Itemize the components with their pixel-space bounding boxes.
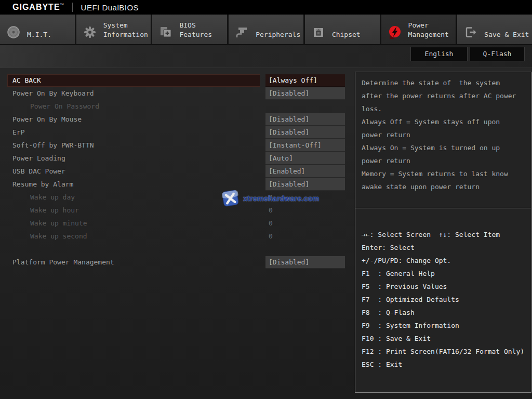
help-line: Determine the state of the system	[362, 76, 525, 89]
setting-row-soft-off-by-pwr-bttn[interactable]: Soft-Off by PWR-BTTN[Instant-Off]	[7, 139, 345, 152]
keyboard-shortcuts: →←: Select Screen ↑↓: Select ItemEnter: …	[355, 208, 531, 371]
setting-label: Wake up minute	[7, 217, 260, 230]
tab-bios-features[interactable]: BIOSFeatures	[152, 15, 227, 44]
shortcut-line: →←: Select Screen ↑↓: Select Item	[362, 228, 527, 241]
tab-save-exit[interactable]: Save & Exit	[457, 15, 532, 44]
setting-label: Platform Power Management	[7, 256, 260, 269]
chipset-icon	[311, 25, 326, 39]
setting-value[interactable]: [Disabled]	[265, 126, 345, 139]
setting-label: Wake up day	[7, 191, 260, 204]
setting-value[interactable]: [Disabled]	[265, 256, 345, 269]
shortcut-line: Enter: Select	[362, 241, 527, 254]
shortcut-line: F12 : Print Screen(FAT16/32 Format Only)	[362, 345, 527, 358]
setting-row-wake-up-second[interactable]: Wake up second0	[7, 230, 345, 243]
setting-label: Wake up hour	[7, 204, 260, 217]
tab-label: Save & Exit	[484, 30, 529, 39]
qflash-button[interactable]: Q-Flash	[470, 47, 525, 61]
power-lightning-icon	[388, 25, 402, 39]
settings-list: AC BACK[Always Off]Power On By Keyboard[…	[7, 74, 345, 269]
shortcut-line: F5 : Previous Values	[362, 280, 527, 293]
save-exit-icon	[463, 25, 478, 39]
setting-value[interactable]: [Disabled]	[265, 113, 345, 126]
sub-bar: English Q-Flash	[0, 44, 532, 68]
setting-value: 0	[265, 204, 345, 217]
help-line: power return	[362, 154, 525, 167]
gear-icon	[83, 25, 97, 39]
setting-row-resume-by-alarm[interactable]: Resume by Alarm[Disabled]	[7, 178, 345, 191]
setting-row-power-on-by-mouse[interactable]: Power On By Mouse[Disabled]	[7, 113, 345, 126]
help-line: Memory = System returns to last know	[362, 167, 525, 180]
setting-label: ErP	[7, 126, 260, 139]
setting-row-ac-back[interactable]: AC BACK[Always Off]	[7, 74, 345, 87]
setting-label: Soft-Off by PWR-BTTN	[7, 139, 260, 152]
setting-label: Resume by Alarm	[7, 178, 260, 191]
tab-chipset[interactable]: Chipset	[305, 15, 380, 44]
tab-label: BIOSFeatures	[179, 21, 212, 39]
setting-row-platform-power-management[interactable]: Platform Power Management[Disabled]	[7, 256, 345, 269]
tab-label: M.I.T.	[27, 30, 51, 39]
setting-value[interactable]: [Always Off]	[265, 74, 345, 87]
help-line: Always On = System is turned on up	[362, 141, 525, 154]
shortcut-line: F1 : General Help	[362, 267, 527, 280]
language-button[interactable]: English	[410, 47, 468, 61]
bios-features-icon	[158, 25, 173, 39]
firmware-title: UEFI DualBIOS	[81, 3, 139, 12]
setting-label: Power Loading	[7, 152, 260, 165]
shortcut-line: F10 : Save & Exit	[362, 332, 527, 345]
shortcut-line: F8 : Q-Flash	[362, 306, 527, 319]
setting-label: Power On By Mouse	[7, 113, 260, 126]
shortcut-line: F7 : Optimized Defaults	[362, 293, 527, 306]
setting-label: Power On Password	[7, 100, 260, 113]
tab-peripherals[interactable]: Peripherals	[229, 15, 303, 44]
setting-value[interactable]: [Auto]	[265, 152, 345, 165]
setting-value: 0	[265, 191, 345, 204]
help-line: power return	[362, 128, 525, 141]
help-line: loss.	[362, 102, 525, 115]
setting-row-power-loading[interactable]: Power Loading[Auto]	[7, 152, 345, 165]
shortcut-line: ESC : Exit	[362, 358, 527, 371]
setting-row-power-on-password[interactable]: Power On Password	[7, 100, 345, 113]
setting-row-power-on-by-keyboard[interactable]: Power On By Keyboard[Disabled]	[7, 87, 345, 100]
topbar-divider	[72, 3, 73, 12]
tab-system-information[interactable]: SystemInformation	[76, 15, 151, 44]
setting-row-wake-up-day[interactable]: Wake up day0	[7, 191, 345, 204]
tab-label: Peripherals	[256, 30, 300, 39]
help-line: Always Off = System stays off upon	[362, 115, 525, 128]
tab-label: PowerManagement	[408, 21, 449, 39]
gigabyte-logo: GIGABYTE™	[12, 3, 65, 12]
setting-row-wake-up-minute[interactable]: Wake up minute0	[7, 217, 345, 230]
setting-value[interactable]: [Instant-Off]	[265, 139, 345, 152]
tab-mit[interactable]: M.I.T.	[0, 15, 75, 44]
setting-value[interactable]: [Enabled]	[265, 165, 345, 178]
setting-row-usb-dac-power[interactable]: USB DAC Power[Enabled]	[7, 165, 345, 178]
help-line: awake state upon power return	[362, 180, 525, 193]
setting-value: 0	[265, 230, 345, 243]
setting-value: 0	[265, 217, 345, 230]
trademark-symbol: ™	[60, 3, 65, 7]
setting-row-wake-up-hour[interactable]: Wake up hour0	[7, 204, 345, 217]
setting-value[interactable]: [Disabled]	[265, 178, 345, 191]
setting-label: AC BACK	[7, 74, 260, 87]
setting-label: Power On By Keyboard	[7, 87, 260, 100]
bios-screen: GIGABYTE™ UEFI DualBIOS M.I.T.SystemInfo…	[0, 0, 532, 399]
mit-disc-icon	[6, 25, 21, 39]
main-content: AC BACK[Always Off]Power On By Keyboard[…	[0, 68, 532, 399]
top-bar: GIGABYTE™ UEFI DualBIOS	[0, 0, 532, 15]
setting-row-erp[interactable]: ErP[Disabled]	[7, 126, 345, 139]
peripherals-icon	[235, 25, 249, 39]
tab-label: SystemInformation	[103, 21, 148, 39]
setting-value[interactable]: [Disabled]	[265, 87, 345, 100]
help-line: after the power returns after AC power	[362, 89, 525, 102]
setting-value	[265, 100, 345, 113]
setting-label: USB DAC Power	[7, 165, 260, 178]
shortcut-line: +/-/PU/PD: Change Opt.	[362, 254, 527, 267]
shortcut-line: F9 : System Information	[362, 319, 527, 332]
tab-power-management[interactable]: PowerManagement	[381, 15, 456, 44]
tab-bar: M.I.T.SystemInformationBIOSFeaturesPerip…	[0, 15, 532, 44]
help-panel: Determine the state of the systemafter t…	[355, 72, 531, 393]
setting-label: Wake up second	[7, 230, 260, 243]
tab-label: Chipset	[332, 30, 361, 39]
help-description: Determine the state of the systemafter t…	[355, 72, 531, 208]
